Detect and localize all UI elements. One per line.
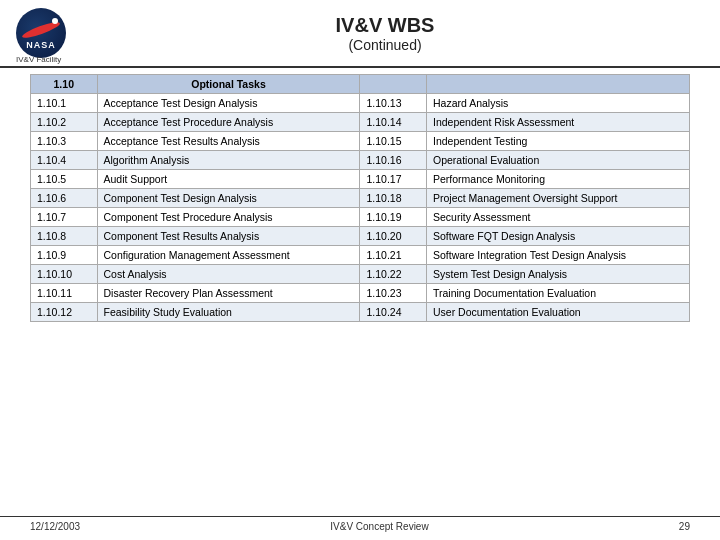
- row-num2: 1.10.19: [360, 208, 427, 227]
- footer-date: 12/12/2003: [30, 521, 80, 532]
- row-task1: Acceptance Test Results Analysis: [97, 132, 360, 151]
- row-task1: Component Test Results Analysis: [97, 227, 360, 246]
- table-row: 1.10.2Acceptance Test Procedure Analysis…: [31, 113, 690, 132]
- row-task2: Independent Risk Assessment: [426, 113, 689, 132]
- row-task2: Operational Evaluation: [426, 151, 689, 170]
- row-num1: 1.10.2: [31, 113, 98, 132]
- col-header-num2: [360, 75, 427, 94]
- row-task2: Security Assessment: [426, 208, 689, 227]
- row-num2: 1.10.16: [360, 151, 427, 170]
- footer: 12/12/2003 IV&V Concept Review 29: [0, 516, 720, 532]
- row-num1: 1.10.4: [31, 151, 98, 170]
- row-num2: 1.10.13: [360, 94, 427, 113]
- row-task2: Project Management Oversight Support: [426, 189, 689, 208]
- row-num1: 1.10.3: [31, 132, 98, 151]
- table-row: 1.10.6Component Test Design Analysis1.10…: [31, 189, 690, 208]
- table-row: 1.10.8Component Test Results Analysis1.1…: [31, 227, 690, 246]
- header: NASA IV&V WBS (Continued) IV&V Facility: [0, 0, 720, 68]
- footer-page: 29: [679, 521, 690, 532]
- row-task1: Component Test Procedure Analysis: [97, 208, 360, 227]
- row-task2: Training Documentation Evaluation: [426, 284, 689, 303]
- table-row: 1.10.9Configuration Management Assessmen…: [31, 246, 690, 265]
- row-task1: Audit Support: [97, 170, 360, 189]
- facility-label: IV&V Facility: [16, 55, 61, 64]
- row-task1: Component Test Design Analysis: [97, 189, 360, 208]
- page-subtitle: (Continued): [66, 37, 704, 53]
- main-content: 1.10 Optional Tasks 1.10.1Acceptance Tes…: [0, 68, 720, 328]
- row-task1: Cost Analysis: [97, 265, 360, 284]
- row-num2: 1.10.15: [360, 132, 427, 151]
- row-num2: 1.10.20: [360, 227, 427, 246]
- row-task1: Configuration Management Assessment: [97, 246, 360, 265]
- row-num2: 1.10.22: [360, 265, 427, 284]
- table-row: 1.10.5Audit Support1.10.17Performance Mo…: [31, 170, 690, 189]
- nasa-logo: NASA: [16, 8, 66, 58]
- row-task2: Software FQT Design Analysis: [426, 227, 689, 246]
- col-header-num1: 1.10: [31, 75, 98, 94]
- row-num1: 1.10.11: [31, 284, 98, 303]
- row-num1: 1.10.8: [31, 227, 98, 246]
- row-task2: User Documentation Evaluation: [426, 303, 689, 322]
- row-task1: Acceptance Test Procedure Analysis: [97, 113, 360, 132]
- row-task2: Software Integration Test Design Analysi…: [426, 246, 689, 265]
- row-num1: 1.10.5: [31, 170, 98, 189]
- header-title-block: IV&V WBS (Continued): [66, 14, 704, 53]
- wbs-table: 1.10 Optional Tasks 1.10.1Acceptance Tes…: [30, 74, 690, 322]
- row-task2: Hazard Analysis: [426, 94, 689, 113]
- row-num1: 1.10.6: [31, 189, 98, 208]
- row-num1: 1.10.10: [31, 265, 98, 284]
- row-num2: 1.10.17: [360, 170, 427, 189]
- table-row: 1.10.11Disaster Recovery Plan Assessment…: [31, 284, 690, 303]
- row-num1: 1.10.12: [31, 303, 98, 322]
- row-task1: Acceptance Test Design Analysis: [97, 94, 360, 113]
- row-task2: Performance Monitoring: [426, 170, 689, 189]
- row-num2: 1.10.24: [360, 303, 427, 322]
- row-num2: 1.10.23: [360, 284, 427, 303]
- table-row: 1.10.12Feasibility Study Evaluation1.10.…: [31, 303, 690, 322]
- row-task2: Independent Testing: [426, 132, 689, 151]
- row-num2: 1.10.14: [360, 113, 427, 132]
- col-header-task2: [426, 75, 689, 94]
- col-header-task1: Optional Tasks: [97, 75, 360, 94]
- row-num1: 1.10.1: [31, 94, 98, 113]
- row-num2: 1.10.21: [360, 246, 427, 265]
- table-row: 1.10.7Component Test Procedure Analysis1…: [31, 208, 690, 227]
- table-row: 1.10.10Cost Analysis1.10.22System Test D…: [31, 265, 690, 284]
- row-num1: 1.10.9: [31, 246, 98, 265]
- row-task1: Disaster Recovery Plan Assessment: [97, 284, 360, 303]
- page-title: IV&V WBS: [66, 14, 704, 37]
- row-num2: 1.10.18: [360, 189, 427, 208]
- table-row: 1.10.3Acceptance Test Results Analysis1.…: [31, 132, 690, 151]
- row-task1: Algorithm Analysis: [97, 151, 360, 170]
- footer-center: IV&V Concept Review: [330, 521, 428, 532]
- row-task2: System Test Design Analysis: [426, 265, 689, 284]
- table-row: 1.10.1Acceptance Test Design Analysis1.1…: [31, 94, 690, 113]
- row-num1: 1.10.7: [31, 208, 98, 227]
- row-task1: Feasibility Study Evaluation: [97, 303, 360, 322]
- table-row: 1.10.4Algorithm Analysis1.10.16Operation…: [31, 151, 690, 170]
